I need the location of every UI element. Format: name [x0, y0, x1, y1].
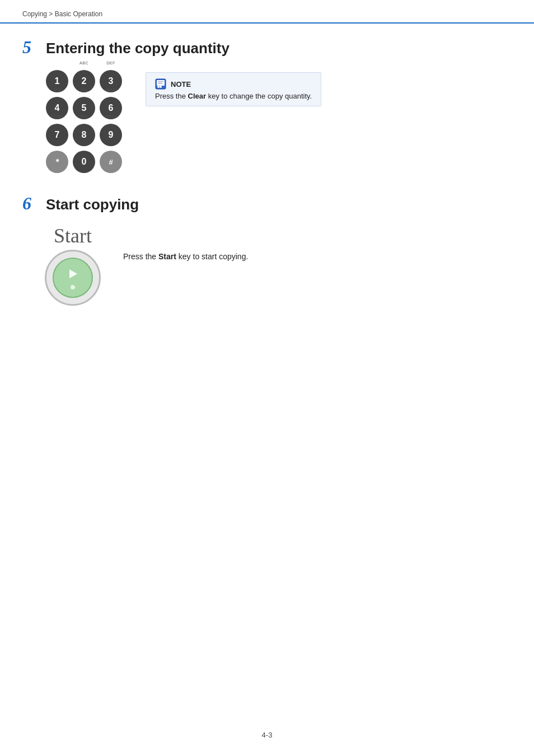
- key-wrapper-0: 0: [72, 148, 96, 173]
- key-hash[interactable]: #: [100, 151, 122, 173]
- section6-desc-suffix: key to start copying.: [176, 252, 248, 261]
- section5-body: 1 ABC 2 DEF 3 GHI 4 JKL 5 MNO 6: [45, 68, 512, 173]
- page-number: 4-3: [262, 731, 273, 739]
- svg-point-2: [157, 86, 160, 88]
- keypad: 1 ABC 2 DEF 3 GHI 4 JKL 5 MNO 6: [45, 68, 123, 173]
- section6-heading: 6 Start copying: [22, 193, 512, 214]
- note-label: NOTE: [171, 80, 191, 88]
- svg-rect-5: [158, 83, 162, 84]
- section5-number: 5: [22, 37, 39, 58]
- svg-rect-4: [158, 81, 163, 82]
- note-text-prefix: Press the: [155, 92, 188, 100]
- key-wrapper-9: WXYZ 9: [99, 122, 123, 146]
- note-box: NOTE Press the Clear key to change the c…: [146, 72, 321, 106]
- breadcrumb-separator: >: [47, 10, 55, 18]
- start-key-container: Start: [45, 224, 101, 306]
- section6-number: 6: [22, 193, 39, 214]
- section6-description: Press the Start key to start copying.: [123, 252, 248, 261]
- key-star[interactable]: ＊: [46, 151, 68, 173]
- section5-heading: 5 Entering the copy quantity: [22, 37, 512, 58]
- key-6-sublabel: MNO: [106, 88, 116, 92]
- key-9[interactable]: 9: [100, 124, 122, 146]
- breadcrumb: Copying > Basic Operation: [0, 0, 534, 24]
- section6-desc-prefix: Press the: [123, 252, 158, 261]
- key-wrapper-7: PQRS 7: [45, 122, 69, 146]
- key-3-sublabel: DEF: [106, 61, 115, 65]
- start-key-outer: [45, 250, 101, 306]
- key-2-sublabel: ABC: [79, 61, 88, 65]
- key-wrapper-8: TUV 8: [72, 122, 96, 146]
- breadcrumb-part1: Copying: [22, 10, 47, 18]
- key-0[interactable]: 0: [73, 151, 95, 173]
- key-5-sublabel: JKL: [80, 88, 88, 92]
- key-wrapper-hash: #: [99, 148, 123, 173]
- section6-title: Start copying: [46, 196, 139, 213]
- key-7[interactable]: 7: [46, 124, 68, 146]
- key-4-sublabel: GHI: [53, 88, 61, 92]
- key-8-sublabel: TUV: [79, 115, 88, 119]
- start-play-icon: [65, 266, 81, 282]
- footer: 4-3: [0, 731, 534, 739]
- start-key-text-label: Start: [54, 224, 92, 248]
- note-text-suffix: key to change the copy quantity.: [206, 92, 312, 100]
- svg-point-3: [160, 86, 162, 88]
- section6-desc-bold: Start: [158, 252, 176, 261]
- note-icon: [155, 78, 166, 90]
- section6-body: Start Press the Start key to start copyi…: [45, 224, 512, 306]
- key-wrapper-star: ＊: [45, 148, 69, 173]
- start-key-indicator-dot: [71, 285, 75, 290]
- note-header: NOTE: [155, 78, 312, 90]
- note-text-bold: Clear: [188, 92, 207, 100]
- note-text: Press the Clear key to change the copy q…: [155, 92, 312, 100]
- breadcrumb-part2: Basic Operation: [55, 10, 102, 18]
- key-8[interactable]: 8: [73, 124, 95, 146]
- start-key-inner[interactable]: [53, 258, 93, 298]
- svg-marker-6: [69, 269, 77, 278]
- key-7-sublabel: PQRS: [51, 115, 63, 119]
- key-9-sublabel: WXYZ: [105, 115, 117, 119]
- section5-title: Entering the copy quantity: [46, 40, 229, 57]
